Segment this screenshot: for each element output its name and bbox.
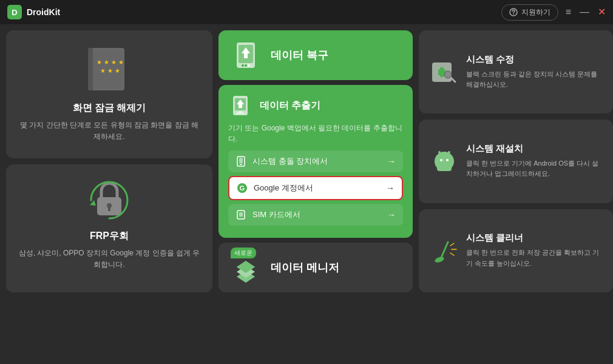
titlebar-right: 지원하기 ≡ — ✕ xyxy=(501,4,606,21)
option-google-arrow: → xyxy=(386,183,395,193)
svg-text:★: ★ xyxy=(100,67,106,74)
svg-text:★: ★ xyxy=(104,59,109,66)
svg-point-45 xyxy=(438,151,441,153)
frp-card[interactable]: FRP우회 삼성, 샤오미, OPPO 장치의 Google 계정 인증을 쉽게… xyxy=(6,164,212,292)
center-column: 데이터 복구 데이터 추출기 기기 또는 Google 백업에서 필요한 데이터… xyxy=(218,30,413,292)
system-repair-title: 시스템 수정 xyxy=(466,54,601,66)
svg-line-52 xyxy=(450,243,454,246)
system-reinstall-card[interactable]: 시스템 재설치 클릭 한 번으로 기기에 Android OS를 다시 설치하거… xyxy=(419,120,613,203)
svg-text:★: ★ xyxy=(97,59,102,66)
system-repair-icon xyxy=(431,59,458,86)
system-cleaner-card[interactable]: 시스템 클리너 클릭 한 번으로 전화 저장 공간을 확보하고 기기 속도를 높… xyxy=(419,209,613,292)
extractor-title: 데이터 추출기 xyxy=(260,99,320,112)
unlock-desc: 몇 가지 간단한 단계로 모든 유형의 잠금 화면을 잠금 해제하세요. xyxy=(18,120,200,143)
svg-point-21 xyxy=(248,64,250,67)
svg-point-47 xyxy=(440,159,442,161)
extractor-header: 데이터 추출기 xyxy=(228,93,403,118)
system-cleaner-title: 시스템 클리너 xyxy=(466,232,601,244)
extractor-desc: 기기 또는 Google 백업에서 필요한 데이터를 추출합니다. xyxy=(228,123,403,144)
svg-rect-27 xyxy=(239,158,243,163)
recovery-icon xyxy=(231,40,261,70)
device-icon xyxy=(235,156,246,167)
new-badge: 새로운 xyxy=(231,248,256,258)
app-title: DroidKit xyxy=(27,7,60,17)
data-extractor-card: 데이터 추출기 기기 또는 Google 백업에서 필요한 데이터를 추출합니다… xyxy=(218,85,413,238)
svg-line-54 xyxy=(450,253,454,255)
unlock-icon: ★ ★ ★ ★ ★ ★ ★ xyxy=(88,45,130,93)
data-recovery-card[interactable]: 데이터 복구 xyxy=(218,30,413,80)
svg-point-46 xyxy=(448,151,450,153)
titlebar: D DroidKit 지원하기 ≡ — ✕ xyxy=(0,0,613,24)
support-icon xyxy=(509,8,518,16)
svg-point-19 xyxy=(242,64,244,67)
svg-text:★: ★ xyxy=(115,67,120,74)
svg-point-48 xyxy=(446,159,449,161)
minimize-button[interactable]: — xyxy=(580,7,589,17)
screen-unlock-card[interactable]: ★ ★ ★ ★ ★ ★ ★ 화면 잠금 해제기 몇 가지 간단한 단계로 모든 … xyxy=(6,30,212,158)
option-device-arrow: → xyxy=(387,157,396,166)
system-cleaner-desc: 클릭 한 번으로 전화 저장 공간을 확보하고 기기 속도를 높이십시오. xyxy=(466,248,601,269)
svg-line-50 xyxy=(441,242,448,259)
svg-text:★: ★ xyxy=(107,67,113,74)
system-reinstall-desc: 클릭 한 번으로 기기에 Android OS를 다시 설치하거나 업그레이드하… xyxy=(466,158,601,180)
left-column: ★ ★ ★ ★ ★ ★ ★ 화면 잠금 해제기 몇 가지 간단한 단계로 모든 … xyxy=(6,30,212,292)
extractor-icon xyxy=(228,93,252,118)
unlock-title: 화면 잠금 해제기 xyxy=(18,102,200,115)
system-cleaner-icon xyxy=(431,237,458,264)
close-button[interactable]: ✕ xyxy=(598,7,606,17)
extractor-option-device[interactable]: 시스템 충돌 장치에서 → xyxy=(228,150,403,172)
svg-rect-11 xyxy=(88,48,93,90)
google-icon: G xyxy=(237,183,248,194)
frp-title: FRP우회 xyxy=(18,230,200,243)
svg-point-51 xyxy=(434,256,445,264)
option-google-label: Google 계정에서 xyxy=(254,183,313,194)
svg-text:★: ★ xyxy=(118,59,124,66)
system-repair-card[interactable]: 시스템 수정 블랙 스크린 등과 같은 장치의 시스템 문제를 해결하십시오. xyxy=(419,30,613,113)
system-reinstall-icon xyxy=(431,148,458,175)
system-reinstall-title: 시스템 재설치 xyxy=(466,143,601,155)
sim-icon xyxy=(235,209,246,220)
app-logo: D xyxy=(7,5,22,19)
right-column: 시스템 수정 블랙 스크린 등과 같은 장치의 시스템 문제를 해결하십시오. xyxy=(419,30,613,292)
option-device-label: 시스템 충돌 장치에서 xyxy=(252,156,328,167)
option-sim-label: SIM 카드에서 xyxy=(252,209,300,220)
svg-text:★: ★ xyxy=(111,59,117,66)
main-content: ★ ★ ★ ★ ★ ★ ★ 화면 잠금 해제기 몇 가지 간단한 단계로 모든 … xyxy=(0,24,613,364)
svg-point-20 xyxy=(245,64,247,67)
data-manager-card[interactable]: 새로운 데이터 메니저 xyxy=(218,243,413,292)
svg-rect-32 xyxy=(239,212,243,217)
svg-point-41 xyxy=(444,71,452,78)
svg-point-1 xyxy=(513,14,514,15)
manager-label: 데이터 메니저 xyxy=(271,260,339,275)
svg-text:G: G xyxy=(240,184,245,192)
extractor-option-google[interactable]: G Google 계정에서 → xyxy=(228,176,403,200)
menu-button[interactable]: ≡ xyxy=(566,7,571,17)
frp-icon xyxy=(88,179,130,221)
extractor-option-sim[interactable]: SIM 카드에서 → xyxy=(228,204,403,226)
window-controls: ≡ — ✕ xyxy=(566,7,606,17)
system-repair-desc: 블랙 스크린 등과 같은 장치의 시스템 문제를 해결하십시오. xyxy=(466,69,601,90)
recovery-label: 데이터 복구 xyxy=(271,48,328,62)
svg-rect-49 xyxy=(437,164,452,171)
manager-icon: 새로운 xyxy=(231,252,261,283)
frp-desc: 삼성, 샤오미, OPPO 장치의 Google 계정 인증을 쉽게 우회합니다… xyxy=(18,248,200,271)
titlebar-left: D DroidKit xyxy=(7,5,60,19)
svg-rect-40 xyxy=(440,67,444,77)
svg-rect-15 xyxy=(108,207,110,211)
option-sim-arrow: → xyxy=(387,210,396,220)
support-button[interactable]: 지원하기 xyxy=(501,4,558,21)
